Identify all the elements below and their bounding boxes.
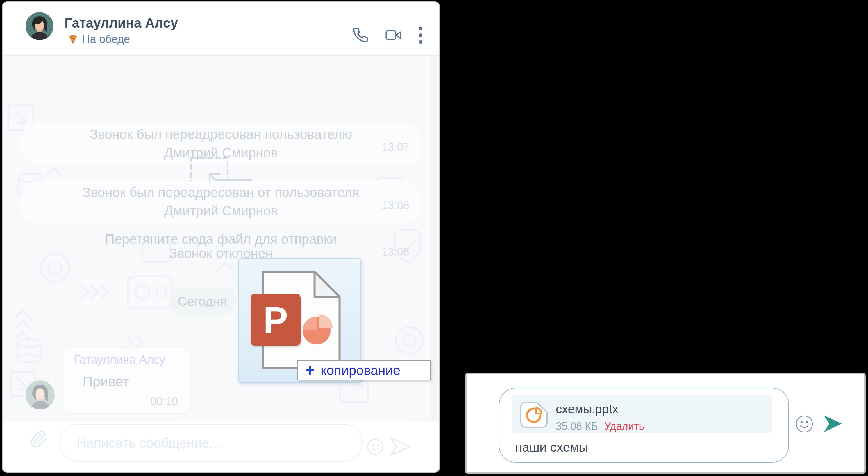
- presentation-file-icon: [520, 401, 549, 429]
- send-message-icon[interactable]: [389, 435, 412, 458]
- video-call-icon[interactable]: [384, 27, 402, 43]
- attachment-remove-link[interactable]: Удалить: [604, 420, 644, 433]
- chat-window: Гатауллина Алсу На обеде: [3, 2, 439, 472]
- status-text: На обеде: [82, 33, 130, 45]
- copy-tooltip-label: копирование: [321, 363, 400, 378]
- incoming-message[interactable]: Гатауллина Алсу Привет 00:10: [63, 348, 191, 413]
- message-time: 13:08: [382, 199, 409, 212]
- drag-copy-tooltip: + копирование: [297, 360, 431, 380]
- contact-status: На обеде: [67, 33, 130, 45]
- avatar[interactable]: [26, 12, 54, 40]
- call-icon[interactable]: [352, 27, 369, 43]
- system-message-text: Звонок был переадресован от пользователя…: [74, 181, 368, 220]
- emoji-picker-icon[interactable]: [367, 439, 384, 455]
- message-avatar[interactable]: [26, 380, 55, 409]
- message-time: 13:08: [382, 246, 409, 258]
- message-text: Привет: [83, 373, 129, 389]
- powerpoint-letter: P: [263, 299, 288, 341]
- message-author: Гатауллина Алсу: [74, 353, 165, 366]
- date-divider: Сегодня: [168, 287, 236, 315]
- system-message: Звонок был переадресован от пользователя…: [20, 181, 422, 224]
- chat-header: Гатауллина Алсу На обеде: [3, 2, 439, 55]
- outgoing-message[interactable]: встреча запланирована! 01:59 ✓✓ ✎: [176, 416, 410, 422]
- attachment-filename: схемы.pptx: [556, 402, 618, 416]
- powerpoint-badge: P: [251, 294, 301, 346]
- pizza-status-icon: [67, 34, 79, 45]
- message-list[interactable]: Звонок был переадресован пользователю Дм…: [3, 56, 439, 422]
- draft-text[interactable]: наши схемы: [515, 440, 588, 454]
- message-time: 00:10: [150, 395, 178, 408]
- message-time: 13:07: [382, 141, 409, 154]
- plus-icon: +: [305, 362, 315, 379]
- more-menu-icon[interactable]: [418, 26, 423, 44]
- compose-panel: схемы.pptx 35,08 КБ Удалить наши схемы: [465, 373, 866, 474]
- message-input-placeholder: Написать сообщение...: [77, 435, 220, 451]
- contact-name: Гатауллина Алсу: [65, 15, 178, 31]
- message-input[interactable]: Написать сообщение...: [59, 424, 363, 462]
- emoji-picker-icon[interactable]: [795, 415, 813, 433]
- attachment-filesize: 35,08 КБ: [556, 420, 598, 433]
- system-message: Звонок отклонен 13:08: [20, 244, 422, 262]
- send-message-icon[interactable]: [823, 414, 842, 434]
- attach-file-icon[interactable]: [30, 430, 48, 448]
